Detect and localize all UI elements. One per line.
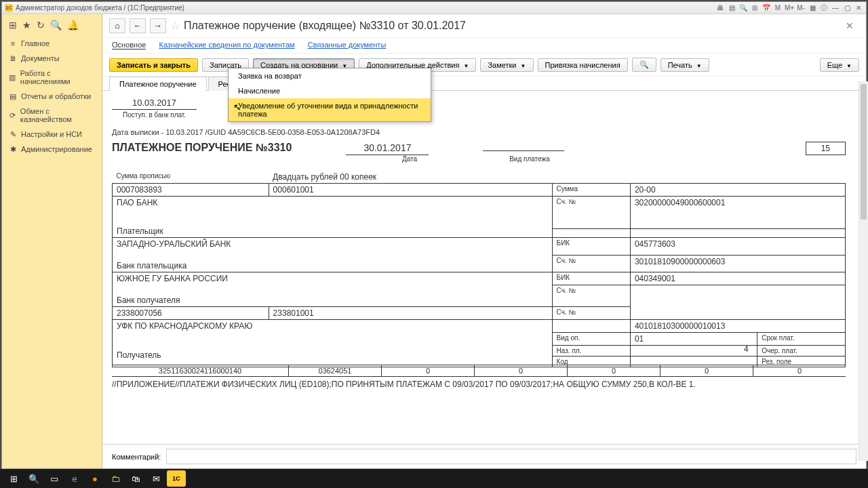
vid-op: 01 [630,333,757,346]
mail-icon[interactable]: ✉ [146,470,165,487]
payer-bank-acc: 30101810900000000603 [630,255,845,272]
fav-icon[interactable]: ⊞ [750,3,760,13]
star-icon[interactable]: ★ [22,20,31,30]
doc-date: 30.01.2017 [346,142,429,155]
history-icon[interactable]: ↻ [37,20,45,30]
content-area: ⌂ ← → ☆ Платежное поручение (входящее) №… [102,14,866,468]
ocher-value: 4 [744,344,757,354]
dropdown-item-return[interactable]: Заявка на возврат [229,68,431,83]
doc-title: ПЛАТЕЖНОЕ ПОРУЧЕНИЕ №3310 [112,142,292,154]
info-icon[interactable]: ⓘ [819,3,829,13]
find-button[interactable]: 🔍 [632,58,656,72]
store-icon[interactable]: 🛍 [126,470,145,487]
more-button[interactable]: Еще ▼ [820,58,859,72]
taskview-icon[interactable]: ▭ [45,470,64,487]
m-minus-icon[interactable]: M- [796,3,806,13]
sync-icon: ⟳ [9,111,16,119]
receiver-kpp: 233801001 [269,307,552,320]
payer-label: Плательщик [117,226,548,236]
payer-bank-label: Банк плательщика [117,261,548,270]
codes-row: 32511630024116000140 03624051 0 0 0 0 0 [112,365,846,377]
sidebar-item-label: Работа с начислениями [20,69,95,85]
back-button[interactable]: ← [130,18,146,33]
m-plus-icon[interactable]: M+ [785,3,794,13]
bik-label: БИК [552,272,630,285]
date-received-label: Поступ. в банк плат. [112,111,197,119]
maximize-icon[interactable]: ▢ [842,3,852,13]
report-icon: ▤ [9,92,17,100]
sidebar-item-admin[interactable]: ✱Администрирование [2,142,102,157]
comment-input[interactable] [166,449,856,464]
notes-button[interactable]: Заметки ▼ [480,58,533,72]
search-icon[interactable]: 🔍 [24,470,43,487]
comment-bar: Комментарий: [102,444,866,468]
print-button[interactable]: Печать ▼ [660,58,709,72]
tabs: Платежное поручение Реестр ED108 [102,76,866,91]
code-1: 32511630024116000140 [112,365,289,377]
firefox-icon[interactable]: ● [85,470,104,487]
acc-label: Сч. № [552,197,630,229]
subnav-main[interactable]: Основное [112,41,146,49]
payment-table: Сумма прописьюДвадцать рублей 00 копеек … [112,171,846,367]
dropdown-item-notification[interactable]: Уведомление об уточнении вида и принадле… [229,98,431,121]
favorite-icon[interactable]: ☆ [170,20,180,33]
document-meta: Дата выписки - 10.03.2017 /GUID 4A59C6CB… [112,128,846,136]
vertical-scrollbar[interactable] [859,81,866,461]
subnav-related[interactable]: Связанные документы [308,41,387,49]
sidebar-item-label: Обмен с казначейством [20,107,95,123]
payer-bank: ЗАПАДНО-УРАЛЬСКИЙ БАНК [117,239,548,249]
bik-label: БИК [552,238,630,256]
payer-kpp: 000601001 [269,184,552,197]
grid-icon[interactable]: ▦ [808,3,817,13]
sidebar-item-exchange[interactable]: ⟳Обмен с казначейством [2,104,102,127]
home-button[interactable]: ⌂ [109,18,125,33]
acc-label: Сч. № [552,285,630,307]
sidebar-item-documents[interactable]: 🗎Документы [2,51,102,66]
edge-icon[interactable]: e [65,470,84,487]
wrench-icon: ✎ [9,130,17,138]
table-icon: ▥ [9,73,16,81]
close-icon[interactable]: ✕ [854,3,863,13]
print-icon[interactable]: 🖶 [715,3,725,13]
caret-down-icon: ▼ [521,63,526,69]
forward-button[interactable]: → [150,18,166,33]
caret-down-icon: ▼ [846,63,852,69]
ocher-label: Очер. плат. [757,346,846,357]
sidebar-item-main[interactable]: ≡Главное [2,36,102,51]
subnav-treasury[interactable]: Казначейские сведения по документам [159,41,294,49]
app-icon[interactable]: 1C [167,470,186,487]
page-close-icon[interactable]: ✕ [846,20,859,31]
link-accrual-button[interactable]: Привязка начисления [538,58,628,72]
comment-label: Комментарий: [112,453,161,461]
receiver-name: УФК ПО КРАСНОДАРСКОМУ КРАЮ [113,320,553,333]
sidebar-item-label: Главное [21,39,50,47]
sidebar-item-reports[interactable]: ▤Отчеты и обработки [2,89,102,104]
acc-label: Сч. № [552,307,630,320]
receiver-bank-label: Банк получателя [117,296,548,305]
start-icon[interactable]: ⊞ [4,470,23,487]
bell-icon[interactable]: 🔔 [67,20,79,30]
apps-icon[interactable]: ⊞ [9,20,17,30]
cal-icon[interactable]: 📅 [762,3,771,13]
search-icon[interactable]: 🔍 [738,3,748,13]
explorer-icon[interactable]: 🗀 [106,470,125,487]
tab-payment-order[interactable]: Платежное поручение [109,77,207,91]
sidebar-item-settings[interactable]: ✎Настройки и НСИ [2,127,102,142]
sidebar-item-label: Настройки и НСИ [21,130,82,138]
payer-name: ПАО БАНК [117,198,548,207]
payer-inn: 0007083893 [113,184,269,197]
minimize-icon[interactable]: — [831,3,840,13]
dropdown-item-accrual[interactable]: Начисление [229,83,431,98]
vid-op-label: Вид оп. [552,333,630,346]
calc-icon[interactable]: ▤ [727,3,736,13]
payment-type [483,140,564,151]
m-icon[interactable]: M [773,3,783,13]
search-icon[interactable]: 🔍 [50,20,62,30]
titlebar: 1C Администратор доходов бюджета / (1С:П… [2,2,866,14]
save-close-button[interactable]: Записать и закрыть [109,58,198,72]
scrollbar-thumb[interactable] [861,84,866,220]
app-logo-icon: 1C [5,4,13,12]
doc-icon: 🗎 [9,54,17,62]
sidebar-item-accruals[interactable]: ▥Работа с начислениями [2,66,102,89]
acc-label: Сч. № [552,255,630,272]
